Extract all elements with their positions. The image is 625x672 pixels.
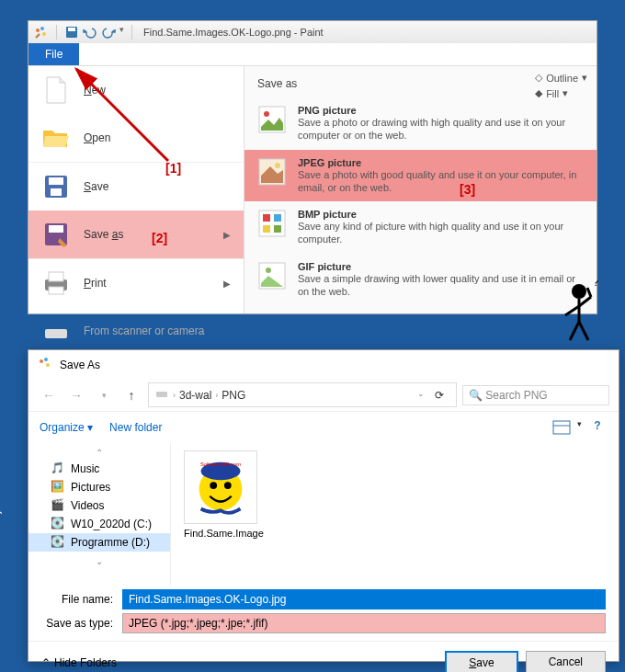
addr-dropdown-icon[interactable]: ⌄ (417, 389, 425, 402)
paint-app-icon (34, 25, 49, 40)
save-as-submenu: Save as PNG pictureSave a photo or drawi… (244, 66, 597, 313)
nav-back-button[interactable]: ← (38, 384, 60, 406)
fill-tool[interactable]: ◆Fill ▾ (535, 87, 587, 99)
svg-rect-39 (156, 392, 167, 397)
svg-line-30 (565, 306, 579, 315)
svg-point-1 (40, 27, 44, 30)
scroll-down-icon[interactable]: ⌄ (96, 556, 103, 566)
scroll-up-icon[interactable]: ⌃ (96, 448, 103, 458)
outline-tool[interactable]: ◇Outline ▾ (535, 72, 587, 84)
new-folder-button[interactable]: New folder (109, 421, 162, 434)
filename-label: File name: (41, 593, 113, 606)
videos-icon: 🎬 (51, 498, 65, 513)
nav-dropdown-icon[interactable]: ▾ (93, 384, 115, 406)
save-icon[interactable] (64, 25, 79, 40)
address-bar[interactable]: › 3d-wal › PNG ⌄ ⟳ (148, 382, 457, 407)
annotation-1: [1] (165, 161, 181, 176)
ribbon-right-tools: ◇Outline ▾ ◆Fill ▾ (535, 72, 587, 99)
qat-dropdown-icon[interactable]: ▾ (119, 25, 124, 40)
nav-forward-button: → (65, 384, 87, 406)
svg-rect-44 (208, 466, 233, 475)
new-file-icon (41, 75, 71, 105)
redo-icon[interactable] (101, 25, 116, 40)
music-icon: 🎵 (51, 461, 65, 476)
saveas-option-title: BMP picture (298, 209, 584, 220)
saveas-gif[interactable]: GIF pictureSave a simple drawing with lo… (244, 254, 597, 306)
filetype-select[interactable]: JPEG (*.jpg;*.jpeg;*.jpe;*.jfif) (122, 613, 606, 633)
help-icon[interactable]: ? (587, 419, 608, 436)
tree-pictures[interactable]: 🖼️Pictures (28, 478, 170, 496)
saveas-jpeg[interactable]: JPEG pictureSave a photo with good quali… (244, 150, 597, 202)
svg-rect-6 (49, 177, 63, 185)
annotation-2: [2] (152, 231, 167, 245)
dialog-title-bar: Save As (28, 350, 619, 379)
saveas-bmp[interactable]: BMP pictureSave any kind of picture with… (244, 201, 597, 254)
window-title: Find.Same.Images.OK-Logo.png - Paint (143, 27, 324, 38)
menu-open[interactable]: Open (28, 114, 244, 162)
svg-point-2 (42, 32, 46, 36)
search-input[interactable]: Search PNG (462, 385, 609, 405)
view-mode-icon[interactable] (551, 419, 572, 436)
saveas-option-title: JPEG picture (298, 157, 584, 168)
open-folder-icon (41, 123, 71, 153)
tree-drive-c[interactable]: 💽W10_2020d (C:) (28, 515, 170, 533)
chevron-up-icon: ⌃ (41, 656, 51, 669)
organize-button[interactable]: Organize ▾ (40, 421, 93, 434)
menu-new[interactable]: New (28, 66, 244, 114)
gif-file-icon (257, 261, 287, 290)
file-thumbnail[interactable]: SoftwareOK.com Find.Same.Image (184, 450, 264, 539)
drive-icon (154, 386, 169, 404)
thumbnail-filename: Find.Same.Image (184, 528, 264, 539)
file-list-area[interactable]: SoftwareOK.com Find.Same.Image (171, 443, 619, 586)
printer-icon (41, 268, 71, 298)
cancel-button[interactable]: Cancel (526, 651, 606, 672)
saveas-png[interactable]: PNG pictureSave a photo or drawing with … (244, 97, 597, 150)
saveas-option-title: PNG picture (298, 105, 584, 116)
svg-rect-9 (49, 225, 63, 233)
save-as-icon (41, 220, 71, 249)
svg-point-46 (224, 482, 232, 489)
breadcrumb-segment[interactable]: PNG (222, 389, 245, 402)
svg-point-38 (46, 363, 50, 367)
svg-rect-22 (274, 225, 281, 233)
png-file-icon (257, 105, 287, 134)
fill-icon: ◆ (535, 87, 542, 99)
saveas-option-desc: Save a photo or drawing with high qualit… (298, 116, 584, 142)
dialog-title: Save As (60, 359, 100, 371)
jpeg-file-icon (257, 157, 287, 187)
tree-music[interactable]: 🎵Music (28, 460, 170, 478)
save-button[interactable]: Save (445, 651, 517, 672)
view-dropdown-icon[interactable]: ▾ (577, 419, 582, 436)
tree-drive-d[interactable]: 💽Programme (D:) (28, 533, 170, 552)
thumbnail-image: SoftwareOK.com (184, 450, 257, 524)
save-floppy-icon (41, 172, 71, 201)
tree-videos[interactable]: 🎬Videos (28, 496, 170, 515)
chevron-right-icon[interactable]: › (215, 391, 218, 400)
sidebar-watermark-text: www.SoftwareOK.com :-) (0, 510, 2, 654)
svg-rect-7 (51, 188, 62, 196)
svg-point-45 (210, 482, 217, 489)
submenu-arrow-icon: ▶ (223, 230, 231, 240)
undo-icon[interactable] (83, 25, 97, 40)
svg-point-28 (572, 284, 586, 299)
breadcrumb-segment[interactable]: 3d-wal (179, 389, 211, 402)
svg-point-17 (275, 163, 280, 168)
svg-rect-20 (274, 214, 281, 222)
svg-rect-40 (553, 421, 570, 434)
filename-input[interactable]: Find.Same.Images.OK-Logo.jpg (122, 589, 606, 609)
file-tab[interactable]: File (28, 43, 79, 65)
hide-folders-button[interactable]: ⌃ Hide Folders (41, 656, 117, 669)
drive-icon: 💽 (51, 535, 65, 550)
chevron-right-icon[interactable]: › (173, 391, 176, 400)
menu-print[interactable]: Print ▶ (28, 258, 244, 307)
menu-save[interactable]: Save (28, 162, 244, 211)
drive-icon: 💽 (51, 517, 65, 531)
nav-up-button[interactable]: ↑ (120, 384, 142, 406)
refresh-icon[interactable]: ⟳ (428, 389, 450, 402)
scanner-icon (41, 316, 71, 346)
title-bar: ▾ Find.Same.Images.OK-Logo.png - Paint (28, 21, 597, 43)
svg-text:SoftwareOK.com: SoftwareOK.com (200, 461, 241, 467)
menu-save-as[interactable]: Save as ▶ (28, 211, 244, 258)
svg-line-33 (570, 322, 579, 340)
annotation-3: [3] (460, 182, 475, 197)
